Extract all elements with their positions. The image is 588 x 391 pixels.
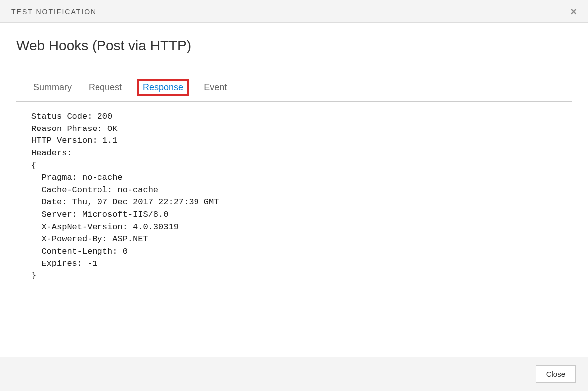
tab-summary[interactable]: Summary xyxy=(31,81,74,94)
tabs-container: Summary Request Response Event xyxy=(16,73,572,102)
dialog-header: TEST NOTIFICATION × xyxy=(0,0,588,23)
tab-content-response: Status Code: 200 Reason Phrase: OK HTTP … xyxy=(16,102,572,292)
close-button[interactable]: Close xyxy=(536,365,576,383)
tabs: Summary Request Response Event xyxy=(16,73,572,101)
response-body: Status Code: 200 Reason Phrase: OK HTTP … xyxy=(31,111,557,282)
tab-event[interactable]: Event xyxy=(202,81,229,94)
tab-request[interactable]: Request xyxy=(87,81,124,94)
dialog-title: TEST NOTIFICATION xyxy=(11,8,97,16)
tab-response[interactable]: Response xyxy=(137,79,189,96)
dialog-footer: Close xyxy=(0,357,588,391)
test-notification-dialog: TEST NOTIFICATION × Web Hooks (Post via … xyxy=(0,0,588,391)
close-icon[interactable]: × xyxy=(570,6,577,17)
dialog-body: Web Hooks (Post via HTTP) Summary Reques… xyxy=(0,23,588,357)
page-title: Web Hooks (Post via HTTP) xyxy=(16,23,572,73)
